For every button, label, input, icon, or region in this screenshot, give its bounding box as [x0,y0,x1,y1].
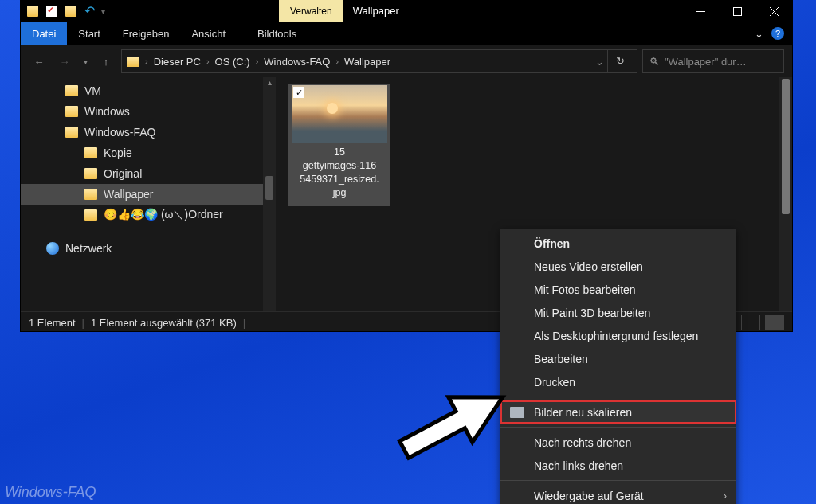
watermark: Windows-FAQ [5,484,96,501]
ctx-edit-photos[interactable]: Mit Fotos bearbeiten [500,278,736,301]
tab-picturetools[interactable]: Bildtools [246,22,308,45]
search-icon: 🔍︎ [649,56,660,68]
folder-icon [84,168,97,179]
tree-item-label: 😊👍😂🌍 (ω＼)Ordner [104,208,223,222]
folder-icon [84,209,97,221]
help-icon[interactable]: ? [771,27,784,40]
breadcrumb-folder1[interactable]: Windows-FAQ [264,56,330,68]
chevron-right-icon[interactable]: › [145,57,148,66]
ctx-edit[interactable]: Bearbeiten [500,347,736,370]
svg-marker-4 [392,375,515,470]
context-menu: Öffnen Neues Video erstellen Mit Fotos b… [500,229,736,504]
tree-item-label: Windows [84,105,130,118]
chevron-right-icon[interactable]: › [206,57,210,66]
folder-icon [65,106,78,117]
status-selection: 1 Element ausgewählt (371 KB) [91,317,237,329]
folder-icon [84,147,97,158]
ctx-print[interactable]: Drucken [500,370,736,393]
properties-icon[interactable] [46,6,57,17]
tree-item[interactable]: VM [21,80,276,101]
new-folder-icon[interactable] [65,6,76,17]
address-folder-icon [127,57,139,67]
address-bar[interactable]: › Dieser PC › OS (C:) › Windows-FAQ › Wa… [121,49,638,73]
navigation-tree[interactable]: VMWindowsWindows-FAQKopieOriginalWallpap… [21,77,276,311]
search-placeholder: "Wallpaper" dur… [665,56,747,68]
ribbon-collapse-icon[interactable]: ⌄ [755,28,763,40]
tree-item[interactable]: Windows [21,101,276,122]
undo-icon[interactable]: ↶ [84,6,95,17]
tree-item-label: Kopie [104,147,132,159]
navigation-bar: ← → ▾ ↑ › Dieser PC › OS (C:) › Windows-… [21,45,792,77]
chevron-right-icon: › [724,490,727,502]
ctx-new-video[interactable]: Neues Video erstellen [500,255,736,278]
contextual-tab-manage[interactable]: Verwalten [279,0,343,22]
file-checkbox[interactable]: ✓ [293,87,304,98]
tree-item-label: Original [104,167,142,180]
qat-dropdown-icon[interactable]: ▾ [101,7,105,16]
address-dropdown-icon[interactable]: ⌄ [595,56,604,68]
tab-file[interactable]: Datei [21,22,67,45]
chevron-right-icon[interactable]: › [335,57,339,66]
minimize-button[interactable] [682,0,719,22]
content-scrollbar[interactable] [779,77,792,311]
tree-item[interactable]: Kopie [21,143,276,163]
tree-scrollbar[interactable]: ▴ [263,77,276,311]
ctx-playback-submenu[interactable]: Wiedergabe auf Gerät › [500,484,736,504]
refresh-button[interactable]: ↻ [607,50,632,72]
file-label: 15 gettyimages-116 5459371_resized. jpg [290,143,389,205]
tree-item-label: Netzwerk [65,242,112,255]
tree-item[interactable]: Wallpaper [21,184,276,205]
back-button[interactable]: ← [29,51,49,72]
network-icon [46,242,59,255]
details-view-button[interactable] [741,315,760,330]
ribbon-tabs: Datei Start Freigeben Ansicht Bildtools … [21,22,792,45]
folder-icon [65,85,78,96]
file-thumbnail: ✓ [292,85,387,143]
tree-item[interactable]: 😊👍😂🌍 (ω＼)Ordner [21,205,276,225]
window-title: Wallpaper [343,0,409,22]
titlebar: ↶ ▾ Verwalten Wallpaper [21,0,792,22]
ctx-rotate-left[interactable]: Nach links drehen [500,454,736,477]
annotation-arrow [389,374,516,470]
tree-item-label: VM [84,84,101,97]
tree-item-label: Wallpaper [104,188,154,201]
tree-item[interactable]: Original [21,163,276,184]
breadcrumb-drive[interactable]: OS (C:) [215,56,250,68]
up-button[interactable]: ↑ [96,51,116,72]
recent-dropdown-icon[interactable]: ▾ [80,51,91,72]
folder-icon [27,6,38,17]
ctx-paint3d[interactable]: Mit Paint 3D bearbeiten [500,301,736,324]
thumbnails-view-button[interactable] [765,315,784,330]
tree-network[interactable]: Netzwerk [21,238,276,259]
quick-access-toolbar: ↶ ▾ [21,0,112,22]
file-item[interactable]: ✓ 15 gettyimages-116 5459371_resized. jp… [288,84,390,206]
folder-icon [84,189,97,200]
forward-button[interactable]: → [54,51,75,72]
close-button[interactable] [755,0,792,22]
breadcrumb-pc[interactable]: Dieser PC [154,56,201,68]
resize-icon [510,407,524,418]
tree-item-label: Windows-FAQ [84,126,155,139]
chevron-right-icon[interactable]: › [256,57,259,66]
search-input[interactable]: 🔍︎ "Wallpaper" dur… [642,49,784,73]
ctx-resize-images[interactable]: Bilder neu skalieren [500,400,736,424]
svg-rect-1 [733,7,741,15]
breadcrumb-folder2[interactable]: Wallpaper [344,56,390,68]
ctx-open[interactable]: Öffnen [500,232,736,255]
tab-view[interactable]: Ansicht [180,22,237,45]
ctx-set-wallpaper[interactable]: Als Desktophintergrund festlegen [500,324,736,347]
tab-share[interactable]: Freigeben [112,22,181,45]
ctx-rotate-right[interactable]: Nach rechts drehen [500,431,736,454]
maximize-button[interactable] [719,0,755,22]
status-count: 1 Element [29,317,76,329]
tab-start[interactable]: Start [67,22,111,45]
tree-item[interactable]: Windows-FAQ [21,122,276,143]
folder-icon [65,127,78,138]
